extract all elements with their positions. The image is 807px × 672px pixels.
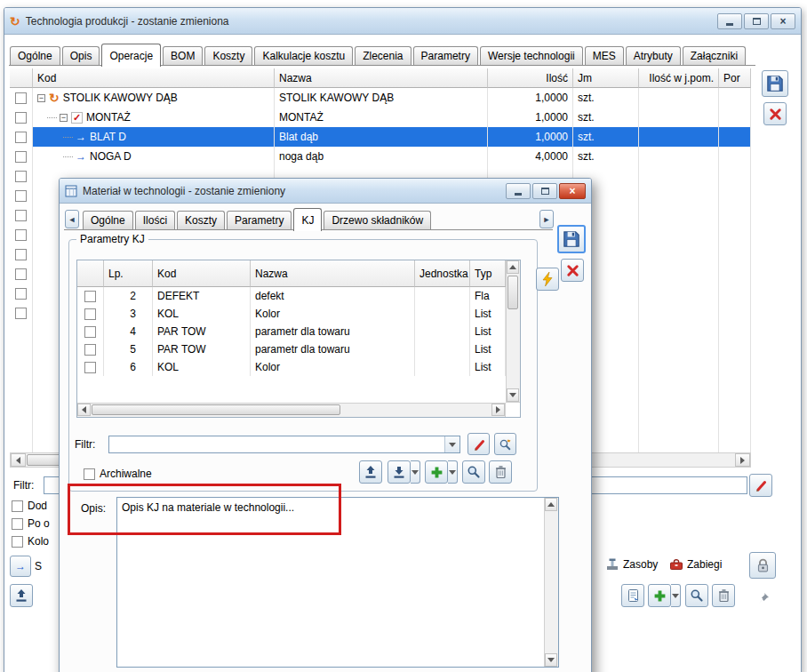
dlg-tab-kj[interactable]: KJ (293, 208, 322, 231)
minimize-button[interactable] (717, 13, 742, 29)
lock-button[interactable] (749, 552, 776, 579)
tab-parametry[interactable]: Parametry (413, 46, 478, 66)
dialog-filter-combo[interactable] (108, 436, 460, 453)
col-header-ilosc[interactable]: Ilość (488, 68, 573, 88)
col-header-nazwa[interactable]: Nazwa (275, 68, 488, 88)
col-header-jednostka[interactable]: Jednostka (415, 260, 470, 287)
opis-scrollbar[interactable] (544, 498, 558, 667)
opis-textarea[interactable]: Opis KJ na materiale w technologii... (116, 497, 559, 668)
move-up-button[interactable] (10, 584, 33, 607)
tab-koszty[interactable]: Koszty (204, 46, 252, 66)
row-checkbox[interactable] (84, 308, 96, 320)
tab-scroll-right-button[interactable]: ► (539, 210, 554, 228)
dlg-tab-parametry[interactable]: Parametry (227, 211, 292, 230)
tab-atrybuty[interactable]: Atrybuty (626, 46, 681, 66)
tab-mes[interactable]: MES (585, 46, 624, 66)
dialog-cancel-button[interactable] (561, 259, 584, 282)
dialog-maximize-button[interactable] (532, 183, 557, 199)
move-down-button[interactable] (388, 460, 411, 484)
grid-row-noga[interactable]: →NOGA D noga dąb 4,0000 szt. (10, 147, 751, 166)
params-vscrollbar[interactable] (506, 260, 520, 403)
grid-row-montaz[interactable]: −✓MONTAŻ MONTAŻ 1,0000 szt. (10, 108, 751, 127)
scroll-right-button[interactable] (491, 404, 505, 416)
move-up-button[interactable] (359, 460, 382, 484)
row-checkbox[interactable] (15, 171, 27, 182)
row-checkbox[interactable] (15, 151, 27, 163)
col-header-lp[interactable]: Lp. (104, 260, 153, 287)
scroll-left-button[interactable] (77, 404, 91, 416)
param-row[interactable]: 6 KOL Kolor List (77, 358, 506, 376)
tab-wersje-technologii[interactable]: Wersje technologii (480, 46, 583, 66)
skladnik-legend-button[interactable]: → (10, 556, 31, 577)
row-checkbox[interactable] (84, 344, 96, 356)
collapse-icon[interactable]: − (60, 114, 68, 122)
scroll-down-button[interactable] (507, 388, 519, 402)
add-param-button[interactable] (425, 460, 448, 484)
main-filter-clear-button[interactable] (749, 474, 772, 497)
row-checkbox[interactable] (15, 308, 27, 319)
add-dropdown-button[interactable] (671, 584, 681, 607)
scroll-up-button[interactable] (507, 260, 519, 274)
row-checkbox[interactable] (84, 291, 96, 302)
grid-row-stolik[interactable]: −↻STOLIK KAWOWY DĄB STOLIK KAWOWY DĄB 1,… (10, 88, 751, 108)
row-checkbox[interactable] (15, 210, 27, 221)
tab-bom[interactable]: BOM (163, 46, 203, 66)
delete-button[interactable] (712, 584, 735, 607)
row-checkbox[interactable] (15, 132, 27, 143)
row-checkbox[interactable] (15, 288, 27, 300)
save-button[interactable] (762, 70, 788, 97)
dialog-titlebar[interactable]: Materiał w technologii - zostanie zmieni… (60, 179, 591, 204)
add-param-dropdown-button[interactable] (448, 460, 458, 484)
tab-opis[interactable]: Opis (62, 46, 100, 66)
pin-button[interactable] (756, 591, 771, 608)
archive-checkbox[interactable] (84, 468, 95, 480)
row-checkbox[interactable] (15, 249, 27, 260)
option-checkbox-3[interactable] (12, 536, 23, 548)
zasoby-legend[interactable]: Zasoby (605, 557, 658, 572)
params-hscrollbar[interactable] (77, 403, 506, 417)
dlg-tab-ogolne[interactable]: Ogólne (83, 211, 133, 230)
maximize-button[interactable] (744, 13, 769, 29)
scroll-left-button[interactable] (11, 453, 26, 467)
row-checkbox[interactable] (84, 362, 96, 373)
vscroll-thumb[interactable] (507, 276, 518, 309)
col-header-nazwa[interactable]: Nazwa (251, 260, 415, 287)
dlg-tab-ilosci[interactable]: Ilości (135, 211, 175, 230)
hscroll-thumb[interactable] (92, 404, 340, 415)
tab-zalaczniki[interactable]: Załączniki (683, 46, 746, 66)
search-param-button[interactable] (462, 460, 485, 484)
col-header-por[interactable]: Por (719, 68, 751, 88)
param-row[interactable]: 5 PAR TOW parametr dla towaru List (77, 340, 506, 358)
option-checkbox-1[interactable] (12, 500, 23, 512)
dialog-filter-input[interactable] (109, 436, 444, 452)
dlg-tab-drzewo-skladnikow[interactable]: Drzewo składników (324, 211, 431, 230)
row-checkbox[interactable] (84, 326, 96, 338)
dialog-close-button[interactable]: × (559, 183, 586, 199)
search-button[interactable] (685, 584, 708, 607)
tab-ogolne[interactable]: Ogólne (10, 46, 60, 66)
tab-kalkulacje-kosztu[interactable]: Kalkulacje kosztu (254, 46, 353, 66)
col-header-typ[interactable]: Typ (470, 260, 506, 287)
item-card-button[interactable] (621, 584, 644, 607)
row-checkbox[interactable] (15, 92, 27, 104)
param-row[interactable]: 3 KOL Kolor List (77, 305, 506, 323)
scroll-right-button[interactable] (735, 453, 750, 467)
delete-param-button[interactable] (489, 460, 512, 484)
filter-dropdown-button[interactable] (444, 436, 459, 452)
tab-scroll-left-button[interactable]: ◄ (65, 210, 79, 228)
tab-zlecenia[interactable]: Zlecenia (355, 46, 411, 66)
close-button[interactable]: × (771, 13, 795, 29)
row-checkbox[interactable] (15, 268, 27, 280)
filter-builder-button[interactable] (494, 433, 516, 455)
filter-clear-button[interactable] (467, 433, 490, 455)
row-checkbox[interactable] (15, 229, 27, 241)
option-checkbox-2[interactable] (12, 518, 23, 530)
param-row[interactable]: 4 PAR TOW parametr dla towaru List (77, 323, 506, 340)
param-row[interactable]: 2 DEFEKT defekt Fla (77, 287, 506, 305)
dialog-save-button[interactable] (557, 225, 586, 253)
collapse-icon[interactable]: − (37, 94, 45, 102)
col-header-kod[interactable]: Kod (153, 260, 251, 287)
tab-operacje[interactable]: Operacje (101, 44, 161, 67)
col-header-kod[interactable]: Kod (33, 68, 275, 88)
lightning-button[interactable] (536, 268, 559, 291)
